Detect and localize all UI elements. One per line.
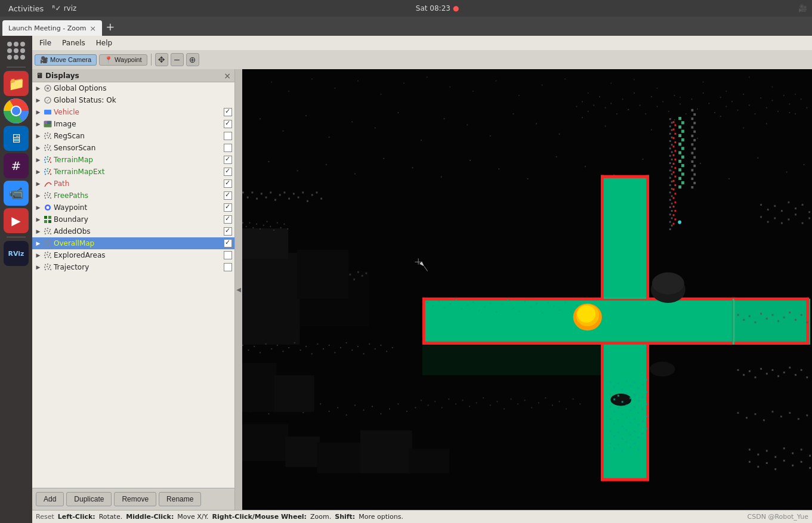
svg-point-36 (45, 162, 46, 163)
svg-rect-569 (629, 397, 631, 399)
svg-rect-311 (601, 175, 649, 178)
dock-icon-files[interactable]: 📁 (4, 71, 29, 96)
display-checkbox-exploredareas[interactable] (224, 251, 232, 259)
status-rotate-label: Rotate. (99, 513, 123, 521)
display-item-path[interactable]: ▶Path (32, 178, 234, 190)
display-item-terrainmapext[interactable]: ▶TerrainMapExt (32, 166, 234, 178)
3d-viewport[interactable] (242, 69, 812, 510)
display-checkbox-path[interactable] (224, 180, 232, 188)
svg-rect-453 (334, 352, 335, 353)
dock-icon-chrome[interactable] (4, 98, 29, 123)
svg-point-14 (50, 134, 51, 135)
display-checkbox-trajectory[interactable] (224, 263, 232, 271)
display-checkbox-terrainmapext[interactable] (224, 168, 232, 176)
svg-point-69 (49, 231, 50, 232)
display-item-boundary[interactable]: ▶Boundary (32, 213, 234, 225)
svg-rect-203 (771, 100, 773, 101)
menu-panels[interactable]: Panels (57, 38, 90, 48)
dock-icon-unknown[interactable]: ▶ (4, 208, 29, 233)
svg-rect-11 (44, 124, 51, 127)
display-checkbox-regscan[interactable] (224, 132, 232, 140)
browser-tab[interactable]: Launch Meeting - Zoom × (2, 20, 102, 36)
display-name-freepaths: FreePaths (54, 191, 223, 200)
display-checkbox-addedobs[interactable] (224, 227, 232, 236)
svg-point-35 (49, 159, 50, 160)
display-item-regscan[interactable]: ▶RegScan (32, 130, 234, 142)
svg-rect-431 (774, 217, 776, 219)
display-checkbox-waypoint[interactable] (224, 203, 232, 212)
dock-icon-zoom[interactable]: 📹 (4, 181, 29, 206)
display-item-image[interactable]: ▶Image (32, 118, 234, 130)
toolbar-minus-action[interactable]: − (171, 53, 184, 66)
display-item-vehicle[interactable]: ▶Vehicle (32, 106, 234, 118)
dock-icon-vscode[interactable]: 🖥 (4, 126, 29, 151)
svg-rect-147 (766, 123, 767, 124)
waypoint-button[interactable]: 📍 Waypoint (99, 54, 147, 66)
svg-rect-138 (559, 134, 560, 135)
svg-rect-576 (618, 407, 619, 409)
display-item-global-status[interactable]: ▶✓Global Status: Ok (32, 94, 234, 106)
svg-point-44 (49, 171, 50, 172)
toolbar-reset-action[interactable]: ⊕ (186, 53, 199, 66)
new-tab-button[interactable]: + (102, 20, 118, 33)
svg-rect-157 (498, 168, 499, 169)
svg-text:✓: ✓ (46, 98, 50, 103)
svg-rect-378 (265, 196, 267, 198)
svg-rect-336 (473, 301, 474, 303)
rename-display-button[interactable]: Rename (159, 492, 201, 506)
display-checkbox-vehicle[interactable] (224, 108, 232, 116)
svg-rect-547 (538, 402, 539, 403)
display-checkbox-sensorscan[interactable] (224, 144, 232, 152)
svg-rect-176 (616, 113, 618, 114)
svg-rect-603 (646, 428, 647, 429)
display-checkbox-boundary[interactable] (224, 215, 232, 224)
display-item-waypoint[interactable]: ▶Waypoint (32, 202, 234, 213)
dock-icon-rviz[interactable]: RViz (4, 241, 29, 266)
display-checkbox-image[interactable] (224, 120, 232, 128)
move-camera-button[interactable]: 🎥 Move Camera (35, 54, 97, 66)
display-item-addedobs[interactable]: ▶AddedObs (32, 225, 234, 237)
display-item-trajectory[interactable]: ▶Trajectory (32, 261, 234, 273)
display-checkbox-freepaths[interactable] (224, 191, 232, 200)
remove-display-button[interactable]: Remove (114, 492, 156, 506)
svg-rect-243 (673, 129, 675, 131)
svg-rect-241 (673, 121, 675, 123)
display-item-terrainmap[interactable]: ▶TerrainMap (32, 154, 234, 166)
svg-rect-167 (786, 171, 788, 172)
displays-panel-close[interactable]: × (224, 71, 231, 81)
show-apps-button[interactable] (4, 38, 29, 63)
activities-button[interactable]: Activities (5, 4, 47, 13)
display-item-exploredareas[interactable]: ▶ExploredAreas (32, 249, 234, 261)
display-checkbox-terrainmap[interactable] (224, 156, 232, 164)
svg-rect-274 (691, 143, 693, 146)
svg-rect-506 (806, 414, 808, 416)
reset-button[interactable]: Reset (36, 513, 54, 521)
toolbar-move-action[interactable]: ✥ (155, 53, 168, 66)
svg-point-77 (47, 242, 48, 243)
tab-close-button[interactable]: × (89, 24, 96, 33)
display-item-sensorscan[interactable]: ▶SensorScan (32, 142, 234, 154)
display-item-global-options[interactable]: ▶Global Options (32, 82, 234, 94)
display-item-overallmap[interactable]: ▶OverallMap (32, 237, 234, 249)
menu-help[interactable]: Help (91, 38, 117, 48)
dock-icon-slack[interactable]: # (4, 153, 29, 178)
display-name-boundary: Boundary (54, 215, 223, 224)
svg-rect-297 (678, 168, 681, 171)
display-checkbox-overallmap[interactable] (224, 239, 232, 247)
svg-rect-434 (795, 213, 796, 215)
app-name: rviz (64, 4, 77, 13)
display-item-freepaths[interactable]: ▶FreePaths (32, 190, 234, 202)
panel-collapse-handle[interactable]: ◀ (235, 69, 242, 510)
display-icon-path (43, 179, 53, 188)
svg-rect-211 (671, 122, 673, 123)
svg-rect-349 (547, 302, 549, 304)
duplicate-display-button[interactable]: Duplicate (66, 492, 112, 506)
expand-arrow-trajectory: ▶ (35, 264, 42, 271)
display-name-exploredareas: ExploredAreas (54, 251, 223, 259)
svg-rect-174 (605, 107, 606, 109)
svg-rect-222 (669, 162, 671, 164)
add-display-button[interactable]: Add (36, 492, 64, 506)
menu-file[interactable]: File (35, 38, 56, 48)
svg-rect-527 (792, 465, 794, 466)
svg-rect-415 (777, 320, 779, 322)
